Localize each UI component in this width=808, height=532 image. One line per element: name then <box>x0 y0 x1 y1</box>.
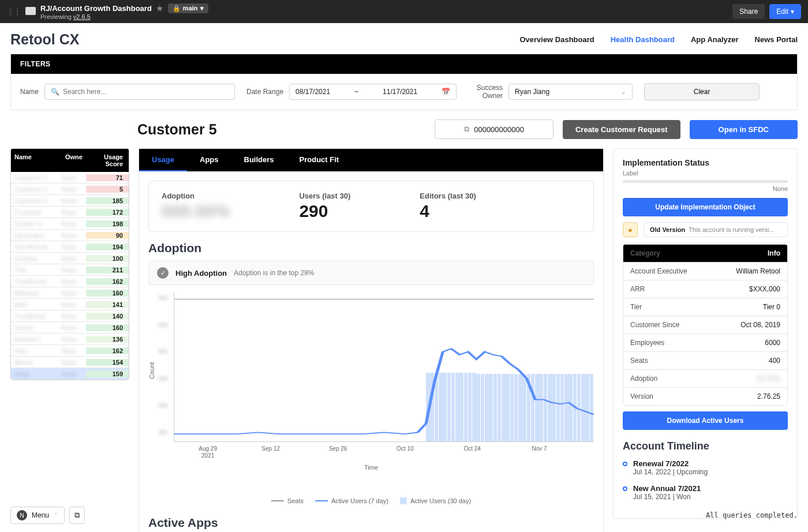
customer-id-box[interactable]: ⧉ 000000000000 <box>435 119 553 139</box>
info-row: Customer SinceOct 08, 2019 <box>623 316 787 334</box>
filter-name-label: Name <box>20 88 39 96</box>
impl-none: None <box>623 185 788 192</box>
table-row[interactable]: SumatRyan160 <box>11 322 129 334</box>
chart-ylabel: Count <box>148 362 155 379</box>
date-from: 08/17/2021 <box>295 88 330 96</box>
drag-handle-icon[interactable]: ⋮⋮ <box>7 8 21 16</box>
legend-item[interactable]: Active Users (7 day) <box>315 497 388 504</box>
impl-status-title: Implementation Status <box>623 158 788 167</box>
customer-title: Customer 5 <box>137 121 217 138</box>
table-row[interactable]: Customer 3Ryan185 <box>11 195 129 207</box>
stat-adoption-value: 000.00% <box>162 201 230 221</box>
chart-xlabel: Time <box>148 464 594 471</box>
search-icon: 🔍 <box>51 88 59 96</box>
nav-news-portal[interactable]: News Portal <box>755 35 798 44</box>
table-row[interactable]: Sender tsRyan198 <box>11 218 129 230</box>
info-row: ARR$XXX,000 <box>623 280 787 298</box>
app-path: RJ/Account Growth Dashboard <box>40 4 152 13</box>
branch-selector[interactable]: 🔒 main ▾ <box>168 3 208 13</box>
table-row[interactable]: MmedRyan154 <box>11 357 129 368</box>
status-text: All queries completed. <box>706 511 798 519</box>
adoption-banner-sub: Adoption is in the top 28% <box>234 269 314 277</box>
table-row[interactable]: TitleRyan211 <box>11 264 129 276</box>
timeline-item: New Annual 7/2021Jul 15, 2021 | Won <box>623 484 788 501</box>
adoption-section-title: Adoption <box>148 241 594 255</box>
branch-name: main <box>183 5 198 12</box>
menu-button[interactable]: N Menu ⌃ <box>10 507 65 524</box>
stat-editors-label: Editors (last 30) <box>420 192 476 200</box>
info-row: TierTier 0 <box>623 298 787 316</box>
clear-button[interactable]: Clear <box>644 83 760 100</box>
timeline-item: Renewal 7/2022Jul 14, 2022 | Upcoming <box>623 459 788 476</box>
preview-version: Previewing v2.6.5 <box>40 13 208 20</box>
table-row[interactable]: UlavRyan162 <box>11 345 129 357</box>
customers-table: Name Owne Usage Score Customer 1Ryan71Cu… <box>10 148 129 380</box>
share-button[interactable]: Share <box>732 4 765 19</box>
owner-value: Ryan Jiang <box>515 88 549 96</box>
adoption-chart: Count 000000000000000000Aug 292021Sep 12… <box>174 292 594 442</box>
avatar: N <box>17 510 27 520</box>
timeline-title: Account Timeline <box>623 440 788 452</box>
th-owner[interactable]: Owne <box>62 149 86 172</box>
active-apps-title: Active Apps <box>148 516 594 530</box>
table-row[interactable]: Customer 1Ryan71 <box>11 172 129 183</box>
star-icon[interactable]: ★ <box>156 4 163 13</box>
filters-heading: FILTERS <box>11 54 797 74</box>
table-row[interactable]: BothRyan141 <box>11 299 129 310</box>
open-sfdc-button[interactable]: Open in SFDC <box>690 120 798 139</box>
info-row: Account ExecutiveWilliam Retool <box>623 262 787 280</box>
table-row[interactable]: Customer 2Ryan5 <box>11 183 129 195</box>
info-th-info: Info <box>697 245 787 262</box>
chevron-down-icon: ▾ <box>791 8 794 16</box>
stat-adoption-label: Adoption <box>162 192 230 200</box>
table-row[interactable]: OttgsRyan159 <box>11 368 129 380</box>
timeline-dot-icon <box>623 486 627 491</box>
layers-icon[interactable]: ⧉ <box>69 507 85 524</box>
version-link[interactable]: v2.6.5 <box>73 13 91 20</box>
nav-overview-dashboard[interactable]: Overview Dashboard <box>519 35 594 44</box>
tab-builders[interactable]: Builders <box>231 149 287 171</box>
chevron-down-icon: ⌄ <box>620 88 626 96</box>
search-input[interactable]: 🔍 <box>44 84 235 100</box>
warning-icon: ● <box>623 222 638 237</box>
account-info-table: Category Info Account ExecutiveWilliam R… <box>623 244 788 406</box>
legend-item[interactable]: Active Users (30 day) <box>400 497 471 504</box>
update-impl-button[interactable]: Update Implementation Object <box>623 198 788 216</box>
table-row[interactable]: TrueWheelRyan140 <box>11 310 129 322</box>
nav-app-analyzer[interactable]: App Analyzer <box>691 35 739 44</box>
th-score[interactable]: Usage Score <box>86 149 129 172</box>
calendar-icon: 📅 <box>442 88 450 96</box>
stat-editors-value: 4 <box>420 201 476 221</box>
info-th-category: Category <box>623 245 697 262</box>
table-row[interactable]: OpenngonRyan90 <box>11 230 129 241</box>
table-row[interactable]: MithraysRyan160 <box>11 287 129 299</box>
stat-users-label: Users (last 30) <box>299 192 350 200</box>
table-row[interactable]: Rakstav fRyan136 <box>11 334 129 345</box>
impl-status-label: Label <box>623 170 788 177</box>
info-row: Seats400 <box>623 351 787 369</box>
table-row[interactable]: GotathaRyan100 <box>11 253 129 264</box>
info-row: Adoption00.00% <box>623 369 787 387</box>
stat-users-value: 290 <box>299 201 350 221</box>
filter-date-label: Date Range <box>246 88 283 96</box>
date-range-input[interactable]: 08/17/2021 ~ 11/17/2021 📅 <box>289 84 457 100</box>
edit-button[interactable]: Edit ▾ <box>769 4 801 19</box>
table-row[interactable]: TruefaccedRyan162 <box>11 276 129 287</box>
create-request-button[interactable]: Create Customer Request <box>563 120 680 139</box>
adoption-banner: ✓ High Adoption Adoption is in the top 2… <box>148 261 594 285</box>
table-row[interactable]: Test BrandsRyan194 <box>11 241 129 253</box>
tab-apps[interactable]: Apps <box>187 149 231 171</box>
table-row[interactable]: CustomerRyan172 <box>11 207 129 218</box>
customer-id: 000000000000 <box>474 125 524 134</box>
tab-product-fit[interactable]: Product Fit <box>287 149 352 171</box>
info-row: Version2.76.25 <box>623 387 787 405</box>
download-users-button[interactable]: Download Active Users <box>623 411 788 430</box>
nav-health-dashboard[interactable]: Health Dashboard <box>611 35 675 44</box>
check-circle-icon: ✓ <box>157 267 169 279</box>
legend-item[interactable]: Seats <box>271 497 304 504</box>
th-name[interactable]: Name <box>11 149 62 172</box>
owner-select[interactable]: Ryan Jiang ⌄ <box>508 84 633 100</box>
search-field[interactable] <box>63 88 229 96</box>
tab-usage[interactable]: Usage <box>139 149 187 171</box>
chevron-up-icon: ⌃ <box>54 512 58 518</box>
